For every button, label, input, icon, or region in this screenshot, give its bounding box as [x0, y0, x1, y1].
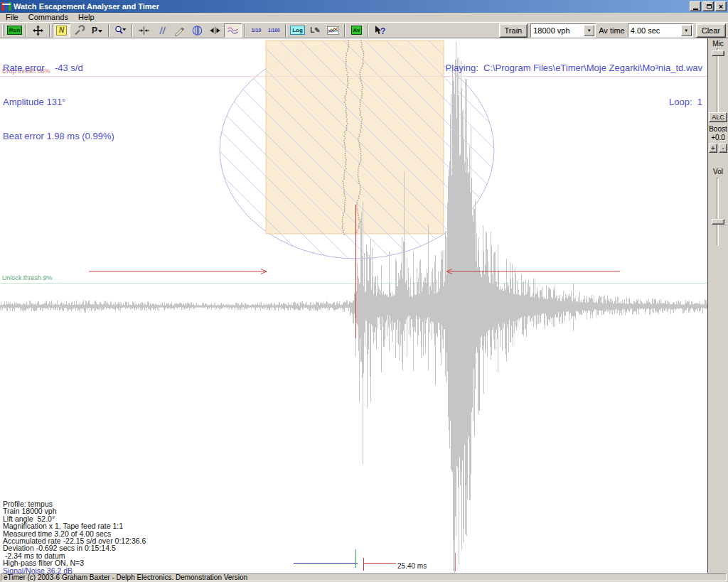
menu-bar: FileCommandsHelp: [0, 13, 728, 22]
status-text: eTimer (c) 2003-6 Graham Baxter - Delph …: [1, 573, 727, 581]
restore-button[interactable]: [702, 1, 714, 11]
log-pen-icon: L✎: [310, 26, 321, 34]
window-controls: ×: [690, 1, 727, 11]
mic-slider-track[interactable]: [717, 48, 719, 115]
toolbar-separator: [49, 24, 50, 37]
run-icon: Run: [7, 26, 23, 35]
run-button[interactable]: Run: [6, 23, 23, 38]
close-button[interactable]: ×: [715, 1, 727, 11]
mic-label: Mic: [708, 40, 728, 48]
tenth-button[interactable]: 1/10: [247, 23, 265, 38]
one-hundredth-icon: 1/100: [268, 28, 279, 33]
mic-slider[interactable]: [708, 48, 728, 115]
zoom-button[interactable]: [112, 23, 129, 38]
title-bar[interactable]: Watch Escapement Analyser and Timer ×: [0, 0, 728, 13]
loop-readout: Loop: 1: [446, 97, 702, 108]
pan-icon: [32, 25, 44, 36]
wrench-icon: [73, 25, 85, 36]
average-icon: Av: [351, 26, 363, 35]
clear-button[interactable]: Clear: [696, 23, 726, 38]
help-button[interactable]: ?: [371, 23, 389, 38]
train-rate-combo[interactable]: 18000 vph ▼: [530, 23, 596, 38]
av-button[interactable]: Av: [348, 23, 365, 38]
chart-button[interactable]: [324, 23, 342, 38]
toolbar-separator: [132, 24, 133, 37]
flag-p-button[interactable]: P: [88, 23, 106, 38]
flag-p-icon: P: [91, 25, 103, 36]
mic-slider-thumb[interactable]: [712, 50, 724, 56]
magnifier-icon: [114, 25, 127, 36]
log-pen-button[interactable]: L✎: [306, 23, 324, 38]
coil-button[interactable]: [188, 23, 206, 38]
toolbar-separator: [368, 24, 369, 37]
lr-arrows-button[interactable]: [206, 23, 224, 38]
menu-item-commands[interactable]: Commands: [23, 13, 73, 22]
toolbar-right: Train 18000 vph ▼ Av time 4.00 sec ▼ Cle…: [499, 23, 727, 38]
toolbar-grip: [2, 25, 4, 36]
measurement-readouts: Rate error -43 s/d Amplitude 131° Beat e…: [3, 40, 114, 165]
wrench-button[interactable]: [70, 23, 88, 38]
waves-button[interactable]: [224, 23, 242, 38]
toolbar: RunNP1/101/100LogL✎Av? Train 18000 vph ▼…: [0, 22, 728, 38]
align-center-icon: [138, 25, 150, 36]
content-area: Drop thresh 86%Unlock thresh 9%25.40 ms …: [0, 38, 728, 573]
av-time-value: 4.00 sec: [628, 26, 680, 35]
slashes-icon: [156, 25, 168, 36]
svg-text:?: ?: [380, 26, 385, 36]
chevron-down-icon[interactable]: ▼: [681, 25, 692, 36]
slashes-button[interactable]: [153, 23, 171, 38]
waveform-plot-area[interactable]: Drop thresh 86%Unlock thresh 9%25.40 ms …: [0, 38, 707, 573]
one-tenth-icon: 1/10: [252, 28, 262, 33]
scale-label: 25.40 ms: [397, 562, 427, 570]
beat-error-readout: Beat error 1.98 ms (0.99%): [3, 131, 114, 142]
unlock-threshold-label: Unlock thresh 9%: [2, 274, 53, 281]
stats-block: Profile: tempusTrain 18000 vphLift angle…: [3, 500, 146, 574]
pencil-icon: [173, 25, 186, 36]
log-button[interactable]: Log: [289, 23, 306, 38]
toolbar-separator: [244, 24, 245, 37]
waves-icon: [227, 25, 239, 36]
menu-item-help[interactable]: Help: [73, 13, 100, 22]
menu-item-file[interactable]: File: [1, 13, 23, 22]
toolbar-separator: [26, 24, 27, 37]
help-pointer-icon: ?: [374, 25, 386, 36]
restore-icon: [707, 4, 712, 9]
toolbar-separator: [108, 24, 109, 37]
vol-slider-thumb[interactable]: [712, 219, 724, 225]
note-marker-icon: N: [56, 26, 67, 36]
chart-icon: [327, 25, 339, 36]
signal-noise-readout: Signal/Noise 36.2 dB: [3, 567, 146, 574]
coil-icon: [191, 25, 203, 36]
note-button[interactable]: N: [53, 23, 70, 38]
playing-file-readout: Playing: C:\Program Files\eTimer\Moje Ze…: [446, 63, 702, 74]
window-title: Watch Escapement Analyser and Timer: [14, 0, 687, 13]
hundredth-button[interactable]: 1/100: [265, 23, 283, 38]
boost-label: Boost: [708, 125, 728, 133]
pencil-button[interactable]: [171, 23, 188, 38]
train-button[interactable]: Train: [499, 23, 528, 38]
vol-slider[interactable]: [708, 178, 728, 246]
boost-minus-button[interactable]: -: [719, 144, 727, 153]
toolbar-separator: [344, 24, 346, 37]
boost-value: +0.0: [708, 134, 728, 141]
align-center-button[interactable]: [135, 23, 153, 38]
log-icon: Log: [290, 26, 305, 35]
toolbar-separator: [285, 24, 287, 37]
toolbar-buttons: RunNP1/101/100LogL✎Av?: [6, 23, 389, 38]
playback-readouts: Playing: C:\Program Files\eTimer\Moje Ze…: [446, 40, 702, 131]
boost-plus-button[interactable]: +: [709, 144, 717, 153]
chevron-down-icon[interactable]: ▼: [584, 25, 594, 36]
av-time-combo[interactable]: 4.00 sec ▼: [628, 23, 693, 38]
audio-control-panel: Mic ALC Boost +0.0 + - Vol: [707, 38, 728, 573]
svg-text:P: P: [92, 26, 97, 36]
minimize-button[interactable]: [690, 1, 701, 11]
close-icon: ×: [719, 3, 723, 10]
beat-arrow-right: [89, 269, 267, 274]
app-window: Watch Escapement Analyser and Timer × Fi…: [0, 0, 728, 582]
rate-error-readout: Rate error -43 s/d: [3, 63, 114, 74]
pan-button[interactable]: [29, 23, 47, 38]
train-rate-value: 18000 vph: [531, 26, 583, 35]
alc-button[interactable]: ALC: [709, 112, 727, 122]
vol-label: Vol: [708, 168, 728, 176]
vol-slider-track[interactable]: [717, 178, 719, 246]
